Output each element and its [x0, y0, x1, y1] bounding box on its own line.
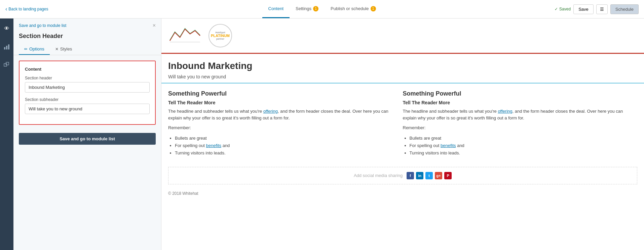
googleplus-icon[interactable]: g+ — [435, 172, 442, 179]
col2-bullets: Bullets are great For spelling out benef… — [403, 135, 631, 157]
col1-subheading: Tell The Reader More — [168, 100, 396, 105]
menu-button[interactable]: ☰ — [596, 4, 608, 14]
section-header-input[interactable] — [25, 82, 150, 93]
social-icons: f in t g+ P — [407, 172, 452, 179]
preview-hero: Inbound Marketing Will take you to new g… — [161, 54, 644, 83]
logo-wave — [168, 27, 202, 44]
col2-subheading: Tell The Reader More — [403, 100, 631, 105]
saved-indicator: Saved — [555, 7, 571, 11]
preview-col-1: Something Powerful Tell The Reader More … — [168, 90, 403, 157]
top-bar: Back to landing pages Content Settings 1… — [0, 0, 644, 19]
publish-badge: 1 — [371, 6, 376, 11]
section-header-group: Section header — [25, 76, 150, 93]
settings-badge: 1 — [313, 6, 318, 11]
hero-heading: Inbound Marketing — [168, 61, 637, 71]
col1-bullet-1: Bullets are great — [175, 135, 396, 142]
badge-main-text: PLATINUM — [211, 34, 230, 38]
top-bar-actions: Saved Save ☰ Schedule — [555, 4, 639, 14]
panel-save-link[interactable]: Save and go to module list — [19, 23, 66, 28]
col1-remember: Remember: — [168, 124, 396, 131]
col2-benefits-link[interactable]: benefits — [441, 143, 456, 148]
col1-bullet-3: Turning visitors into leads. — [175, 149, 396, 157]
icon-rail: 👁 — [0, 19, 13, 250]
col1-heading: Something Powerful — [168, 90, 396, 97]
panel-tabs: ✏ Options ✕ Styles — [13, 44, 161, 55]
svg-rect-0 — [4, 47, 5, 49]
tab-settings[interactable]: Settings 1 — [290, 0, 325, 18]
panel-title: Section Header — [13, 33, 161, 44]
badge-sub-text: partner — [216, 38, 224, 40]
eye-icon[interactable]: 👁 — [1, 23, 13, 35]
back-to-landing-pages-link[interactable]: Back to landing pages — [5, 6, 48, 12]
svg-rect-1 — [6, 46, 7, 49]
preview-logo-bar: HubSpot PLATINUM partner — [161, 19, 644, 54]
left-panel: Save and go to module list × Section Hea… — [13, 19, 161, 250]
panel-header: Save and go to module list × — [13, 19, 161, 33]
col1-body: The headline and subheader tells us what… — [168, 108, 396, 121]
twitter-icon[interactable]: t — [425, 172, 433, 179]
preview-social-bar: Add social media sharing f in t g+ P — [168, 167, 637, 184]
top-bar-tabs: Content Settings 1 Publish or schedule 1 — [262, 0, 382, 18]
col2-body: The headline and subheader tells us what… — [403, 108, 631, 121]
save-button[interactable]: Save — [573, 4, 594, 14]
x-icon: ✕ — [55, 47, 59, 51]
tab-content[interactable]: Content — [262, 0, 290, 18]
col2-offering-link[interactable]: offering — [498, 109, 512, 114]
col2-remember: Remember: — [403, 124, 631, 131]
pinterest-icon[interactable]: P — [444, 172, 452, 179]
preview-area: HubSpot PLATINUM partner Inbound Marketi… — [161, 19, 644, 250]
social-bar-label: Add social media sharing — [354, 173, 403, 178]
col1-benefits-link[interactable]: benefits — [206, 143, 222, 148]
logo-badge: HubSpot PLATINUM partner — [209, 24, 232, 47]
col2-bullet-3: Turning visitors into leads. — [410, 149, 631, 157]
pencil-icon: ✏ — [24, 47, 28, 51]
col1-bullets: Bullets are great For spelling out benef… — [168, 135, 396, 157]
main-layout: 👁 Save and go to module list × Section H… — [0, 19, 644, 250]
cube-icon[interactable] — [1, 59, 13, 71]
svg-rect-2 — [8, 44, 9, 49]
tab-options[interactable]: ✏ Options — [19, 44, 50, 55]
hero-subheading: Will take you to new ground — [168, 74, 637, 79]
tab-styles[interactable]: ✕ Styles — [50, 44, 77, 55]
badge-top-text: HubSpot — [215, 31, 225, 34]
section-subheader-input[interactable] — [25, 104, 150, 114]
chart-icon[interactable] — [1, 41, 13, 53]
footer-copyright: © 2018 Whitehat — [168, 191, 198, 196]
section-subheader-group: Section subheader — [25, 97, 150, 114]
preview-footer: © 2018 Whitehat — [161, 188, 644, 199]
section-header-label: Section header — [25, 76, 150, 80]
save-module-button[interactable]: Save and go to module list — [19, 133, 156, 145]
content-section-title: Content — [25, 67, 150, 72]
col2-bullet-2: For spelling out benefits and — [410, 142, 631, 149]
panel-close-button[interactable]: × — [153, 23, 156, 29]
content-section: Content Section header Section subheader — [19, 61, 156, 125]
col2-heading: Something Powerful — [403, 90, 631, 97]
section-subheader-label: Section subheader — [25, 97, 150, 102]
col2-bullet-1: Bullets are great — [410, 135, 631, 142]
facebook-icon[interactable]: f — [407, 172, 414, 179]
tab-publish[interactable]: Publish or schedule 1 — [325, 0, 382, 18]
preview-columns: Something Powerful Tell The Reader More … — [161, 83, 644, 164]
schedule-button[interactable]: Schedule — [610, 4, 639, 14]
preview-col-2: Something Powerful Tell The Reader More … — [403, 90, 638, 157]
col1-offering-link[interactable]: offering — [263, 109, 278, 114]
col1-bullet-2: For spelling out benefits and — [175, 142, 396, 149]
linkedin-icon[interactable]: in — [416, 172, 423, 179]
